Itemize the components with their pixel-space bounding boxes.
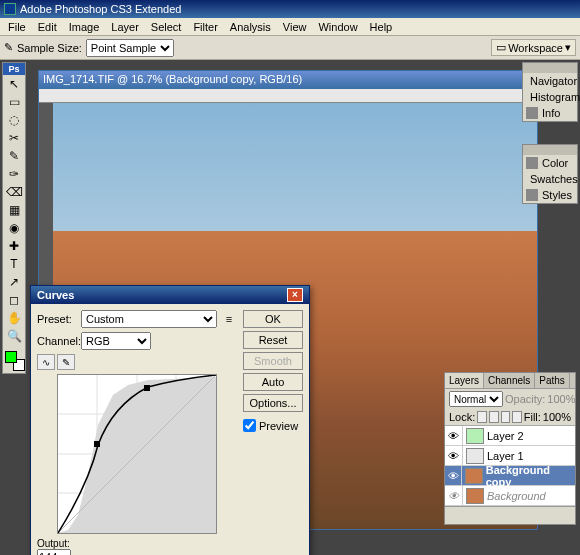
tool-0[interactable]: ↖ [3,75,25,93]
svg-rect-9 [144,385,150,391]
menu-file[interactable]: File [2,19,32,35]
tool-11[interactable]: ↗ [3,273,25,291]
curve-tool-icon[interactable]: ∿ [37,354,55,370]
tab-layers[interactable]: Layers [445,373,484,388]
lock-pixels-icon[interactable] [489,411,499,423]
tool-12[interactable]: ◻ [3,291,25,309]
panel-color[interactable]: Color [523,155,577,171]
tool-14[interactable]: 🔍 [3,327,25,345]
layer-row[interactable]: 👁Layer 2 [445,426,575,446]
fill-label: Fill: [524,411,541,423]
toolbox-header: Ps [3,63,25,75]
panel-icon [526,107,538,119]
tool-9[interactable]: ✚ [3,237,25,255]
layer-thumb [466,448,484,464]
menu-view[interactable]: View [277,19,313,35]
layer-thumb [466,428,484,444]
menu-help[interactable]: Help [364,19,399,35]
layer-thumb [466,488,484,504]
preset-select[interactable]: Custom [81,310,217,328]
smooth-button[interactable]: Smooth [243,352,303,370]
opacity-value[interactable]: 100% [547,393,575,405]
tool-8[interactable]: ◉ [3,219,25,237]
visibility-icon[interactable]: 👁 [445,426,463,446]
menu-select[interactable]: Select [145,19,188,35]
menu-window[interactable]: Window [312,19,363,35]
options-bar: ✎ Sample Size: Point Sample ▭ Workspace … [0,36,580,60]
fill-value[interactable]: 100% [543,411,571,423]
dialog-title-bar[interactable]: Curves × [31,286,309,304]
tool-10[interactable]: T [3,255,25,273]
layer-name: Background copy [486,464,575,488]
auto-button[interactable]: Auto [243,373,303,391]
visibility-icon[interactable]: 👁 [445,486,463,506]
menu-layer[interactable]: Layer [105,19,145,35]
layer-name: Layer 1 [487,450,524,462]
chevron-down-icon: ▾ [565,41,571,54]
tool-1[interactable]: ▭ [3,93,25,111]
tool-13[interactable]: ✋ [3,309,25,327]
layers-footer [445,506,575,524]
workspace-button[interactable]: ▭ Workspace ▾ [491,39,576,56]
panel-styles[interactable]: Styles [523,187,577,203]
preview-checkbox[interactable]: Preview [243,419,303,432]
panel-histogram[interactable]: Histogram [523,89,577,105]
color-picker[interactable] [3,349,25,373]
tool-6[interactable]: ⌫ [3,183,25,201]
ruler [39,89,537,103]
sample-size-select[interactable]: Point Sample [86,39,174,57]
curves-dialog: Curves × Preset: Custom ≡ Channel: RGB ∿… [30,285,310,555]
panel-info[interactable]: Info [523,105,577,121]
tool-5[interactable]: ✑ [3,165,25,183]
output-field[interactable] [37,549,71,555]
tab-channels[interactable]: Channels [484,373,535,388]
foreground-swatch[interactable] [5,351,17,363]
menu-edit[interactable]: Edit [32,19,63,35]
app-title: Adobe Photoshop CS3 Extended [20,3,181,15]
visibility-icon[interactable]: 👁 [445,446,463,466]
tab-paths[interactable]: Paths [535,373,570,388]
panel-swatches[interactable]: Swatches [523,171,577,187]
layer-name: Background [487,490,546,502]
visibility-icon[interactable]: 👁 [445,466,462,486]
menu-image[interactable]: Image [63,19,106,35]
menu-filter[interactable]: Filter [187,19,223,35]
panel-dock: NavigatorHistogramInfo ColorSwatchesStyl… [522,62,578,208]
preset-menu-icon[interactable]: ≡ [221,313,237,325]
opacity-label: Opacity: [505,393,545,405]
layer-name: Layer 2 [487,430,524,442]
layers-panel: LayersChannelsPaths Normal Opacity: 100%… [444,372,576,525]
eyedropper-icon: ✎ [4,41,13,54]
ok-button[interactable]: OK [243,310,303,328]
title-bar: Adobe Photoshop CS3 Extended [0,0,580,18]
layer-row[interactable]: 👁Background copy [445,466,575,486]
channel-select[interactable]: RGB [81,332,151,350]
lock-position-icon[interactable] [501,411,511,423]
tool-3[interactable]: ✂ [3,129,25,147]
lock-all-icon[interactable] [512,411,522,423]
dialog-title: Curves [37,289,74,301]
reset-button[interactable]: Reset [243,331,303,349]
menu-analysis[interactable]: Analysis [224,19,277,35]
menu-bar: FileEditImageLayerSelectFilterAnalysisVi… [0,18,580,36]
tool-7[interactable]: ▦ [3,201,25,219]
output-label: Output: [37,538,71,549]
pencil-tool-icon[interactable]: ✎ [57,354,75,370]
layer-row[interactable]: 👁Background [445,486,575,506]
channel-label: Channel: [37,335,77,347]
panel-navigator[interactable]: Navigator [523,73,577,89]
tool-2[interactable]: ◌ [3,111,25,129]
preset-label: Preset: [37,313,77,325]
close-icon[interactable]: × [287,288,303,302]
tool-4[interactable]: ✎ [3,147,25,165]
blend-mode-select[interactable]: Normal [449,391,503,407]
panel-icon [526,189,538,201]
workspace-label: Workspace [508,42,563,54]
options-button[interactable]: Options... [243,394,303,412]
curve-graph[interactable] [57,374,217,534]
lock-transparency-icon[interactable] [477,411,487,423]
sample-size-label: Sample Size: [17,42,82,54]
screen-icon: ▭ [496,41,506,54]
panel-icon [526,157,538,169]
svg-rect-8 [94,441,100,447]
